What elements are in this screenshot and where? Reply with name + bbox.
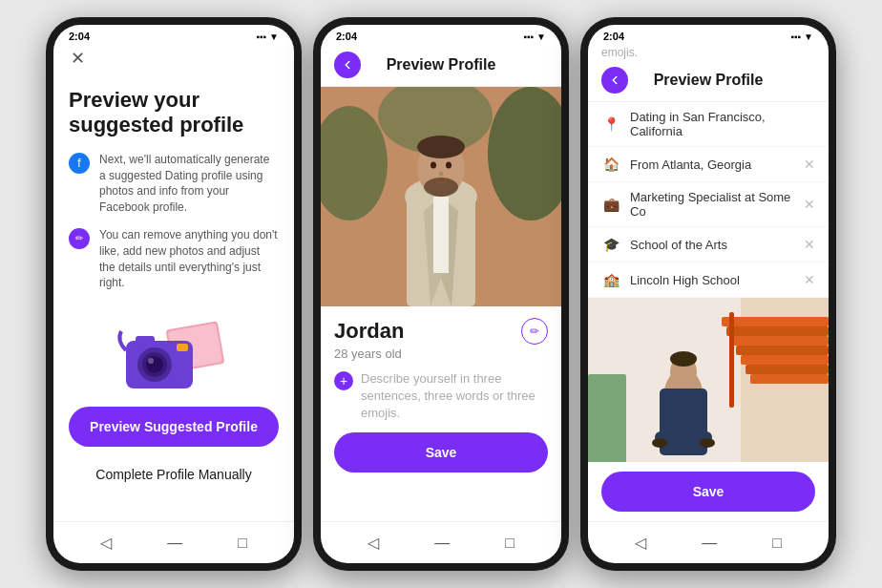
describe-row: + Describe yourself in three sentences, … (334, 370, 548, 423)
phones-container: 2:04 ▪▪▪ ▼ ✕ Preview your suggested prof… (36, 8, 846, 580)
phone3-detail-list: 📍 Dating in San Francisco, California 🏠 … (588, 102, 829, 462)
nav-title-2: Preview Profile (361, 56, 521, 74)
status-icons-3: ▪▪▪ ▼ (790, 32, 813, 42)
remove-button-1[interactable]: ✕ (804, 157, 815, 172)
back-button-2[interactable] (334, 52, 361, 78)
phone3-save-area: Save (588, 462, 829, 521)
nav-bar-3: Preview Profile (588, 59, 829, 102)
status-icons-2: ▪▪▪ ▼ (523, 32, 546, 42)
info-item-pencil: ✏ You can remove anything you don't like… (69, 227, 279, 291)
profile-photo-3 (588, 298, 829, 462)
svg-point-24 (439, 172, 443, 177)
bottom-nav-3: ◁ — □ (588, 521, 829, 563)
profile-name: Jordan (334, 319, 404, 344)
nav-bar-2: Preview Profile (321, 44, 561, 87)
svg-rect-31 (741, 355, 829, 365)
info-text-pencil: You can remove anything you don't like, … (99, 227, 279, 291)
detail-item-3: 🎓 School of the Arts ✕ (588, 227, 829, 262)
svg-rect-8 (177, 344, 188, 351)
detail-text-0: Dating in San Francisco, California (630, 110, 815, 138)
home-nav-1[interactable]: — (156, 531, 194, 556)
home-nav-2[interactable]: — (423, 531, 461, 556)
info-item-facebook: f Next, we'll automatically generate a s… (69, 152, 279, 216)
recent-nav-3[interactable]: □ (761, 531, 793, 556)
remove-button-2[interactable]: ✕ (804, 197, 815, 212)
svg-rect-33 (750, 374, 829, 384)
status-bar-3: 2:04 ▪▪▪ ▼ (588, 25, 829, 44)
time-1: 2:04 (69, 31, 90, 42)
phone-1: 2:04 ▪▪▪ ▼ ✕ Preview your suggested prof… (46, 17, 302, 571)
school-icon: 🏫 (601, 270, 620, 289)
svg-rect-34 (729, 312, 734, 408)
svg-rect-7 (136, 336, 155, 344)
svg-rect-37 (660, 388, 707, 455)
location-icon: 📍 (601, 115, 620, 134)
detail-item-0: 📍 Dating in San Francisco, California (588, 102, 829, 147)
briefcase-icon: 💼 (601, 195, 620, 214)
phone-3: 2:04 ▪▪▪ ▼ emojis. Preview Profile (580, 17, 836, 571)
svg-rect-42 (588, 374, 626, 462)
recent-nav-1[interactable]: □ (226, 531, 259, 556)
phone2-info: Jordan ✏ 28 years old + Describe yoursel… (321, 306, 561, 521)
recent-nav-2[interactable]: □ (494, 531, 526, 556)
detail-item-2: 💼 Marketing Specialist at Some Co ✕ (588, 182, 829, 227)
home-icon: 🏠 (601, 155, 620, 174)
profile-person-svg (321, 87, 561, 306)
describe-text: Describe yourself in three sentences, th… (361, 370, 548, 423)
save-button-2[interactable]: Save (334, 432, 548, 472)
svg-point-39 (670, 351, 697, 367)
svg-point-5 (146, 356, 163, 373)
svg-rect-29 (731, 336, 829, 346)
profile-age: 28 years old (334, 346, 548, 361)
graduation-icon: 🎓 (601, 235, 620, 254)
profile-image-2 (321, 87, 561, 306)
profile-name-row: Jordan ✏ (334, 318, 548, 345)
phone-1-screen: 2:04 ▪▪▪ ▼ ✕ Preview your suggested prof… (53, 25, 294, 563)
home-nav-3[interactable]: — (690, 531, 728, 556)
illustration (69, 303, 279, 407)
phone-2: 2:04 ▪▪▪ ▼ Preview Profile (313, 17, 569, 571)
edit-button[interactable]: ✏ (521, 318, 548, 345)
svg-point-20 (417, 136, 465, 158)
back-nav-1[interactable]: ◁ (89, 530, 123, 556)
plus-icon: + (334, 371, 353, 390)
detail-text-2: Marketing Specialist at Some Co (630, 190, 794, 219)
phone1-content: Preview your suggested profile f Next, w… (53, 73, 294, 521)
detail-item-1: 🏠 From Atlanta, Georgia ✕ (588, 147, 829, 182)
svg-rect-27 (722, 317, 829, 326)
svg-point-21 (424, 178, 458, 197)
top-label-3: emojis. (588, 44, 829, 59)
svg-rect-28 (726, 326, 829, 336)
status-bar-1: 2:04 ▪▪▪ ▼ (53, 25, 294, 44)
detail-text-1: From Atlanta, Georgia (630, 158, 794, 172)
back-button-3[interactable] (601, 67, 628, 94)
facebook-icon: f (69, 153, 90, 174)
remove-button-3[interactable]: ✕ (804, 237, 815, 252)
close-button[interactable]: ✕ (67, 45, 89, 72)
svg-point-40 (652, 438, 667, 448)
time-3: 2:04 (603, 31, 624, 42)
status-bar-2: 2:04 ▪▪▪ ▼ (321, 25, 561, 44)
nav-title-3: Preview Profile (628, 72, 788, 89)
phone-2-screen: 2:04 ▪▪▪ ▼ Preview Profile (321, 25, 561, 563)
phone1-actions: Preview Suggested Profile Complete Profi… (69, 407, 279, 506)
page-title-1: Preview your suggested profile (69, 88, 279, 138)
detail-text-3: School of the Arts (630, 238, 794, 252)
profile-photo-svg (588, 298, 829, 462)
bottom-nav-2: ◁ — □ (321, 521, 561, 563)
remove-button-4[interactable]: ✕ (804, 272, 815, 287)
bottom-nav-1: ◁ — □ (53, 521, 294, 563)
camera-illustration (112, 307, 236, 403)
back-nav-2[interactable]: ◁ (356, 530, 390, 556)
phone-3-screen: 2:04 ▪▪▪ ▼ emojis. Preview Profile (588, 25, 829, 563)
save-button-3[interactable]: Save (601, 472, 815, 512)
complete-profile-manually-button[interactable]: Complete Profile Manually (69, 454, 279, 494)
preview-suggested-profile-button[interactable]: Preview Suggested Profile (69, 407, 279, 447)
time-2: 2:04 (336, 31, 357, 42)
svg-rect-30 (736, 346, 829, 355)
svg-point-23 (446, 162, 452, 169)
back-nav-3[interactable]: ◁ (623, 530, 658, 556)
svg-point-6 (148, 358, 154, 364)
svg-point-22 (430, 162, 436, 169)
svg-point-41 (700, 438, 715, 448)
